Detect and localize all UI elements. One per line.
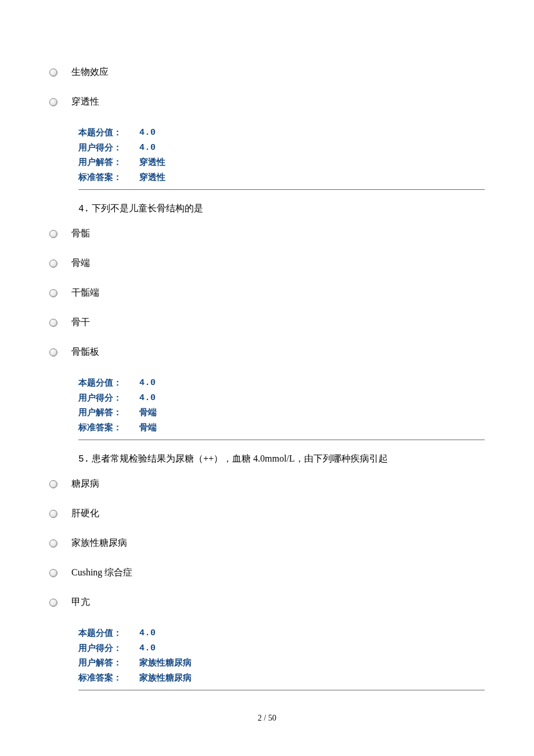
score-value: 4.0 bbox=[139, 376, 156, 391]
score-value: 4.0 bbox=[139, 125, 156, 141]
score-label: 本题分值： bbox=[78, 626, 139, 641]
score-value: 4.0 bbox=[139, 141, 156, 156]
option-text: 家族性糖尿病 bbox=[71, 537, 127, 549]
option-item: 骨骺板 bbox=[49, 346, 485, 358]
option-text: 骨干 bbox=[71, 316, 90, 329]
score-row-standard-answer: 标准答案： 骨端 bbox=[78, 420, 485, 435]
question-number: 5. bbox=[78, 454, 89, 465]
option-text: 骨骺 bbox=[71, 228, 90, 240]
option-text: 干骺端 bbox=[71, 287, 99, 299]
score-value: 4.0 bbox=[139, 391, 156, 406]
option-item: 骨端 bbox=[49, 257, 485, 269]
option-item: 甲亢 bbox=[49, 596, 485, 609]
score-row-standard-answer: 标准答案： 家族性糖尿病 bbox=[78, 671, 485, 686]
score-label: 用户解答： bbox=[78, 656, 139, 671]
radio-icon[interactable] bbox=[49, 569, 57, 577]
radio-icon[interactable] bbox=[49, 539, 57, 548]
radio-icon[interactable] bbox=[49, 599, 57, 607]
score-value: 4.0 bbox=[139, 626, 156, 641]
option-text: 骨端 bbox=[71, 257, 90, 269]
score-label: 标准答案： bbox=[78, 671, 139, 686]
score-label: 标准答案： bbox=[78, 170, 139, 185]
score-row-user-score: 用户得分： 4.0 bbox=[78, 641, 485, 656]
divider bbox=[78, 440, 485, 440]
score-block: 本题分值： 4.0 用户得分： 4.0 用户解答： 家族性糖尿病 标准答案： 家… bbox=[78, 626, 485, 685]
divider bbox=[78, 690, 485, 690]
option-item: 穿透性 bbox=[49, 96, 485, 108]
option-item: Cushing 综合症 bbox=[49, 567, 485, 579]
radio-icon[interactable] bbox=[49, 480, 57, 488]
score-value: 4.0 bbox=[139, 641, 156, 656]
radio-icon[interactable] bbox=[49, 69, 57, 77]
score-label: 本题分值： bbox=[78, 125, 139, 141]
score-label: 用户得分： bbox=[78, 641, 139, 656]
radio-icon[interactable] bbox=[49, 319, 57, 327]
score-value: 穿透性 bbox=[139, 170, 165, 185]
score-row-user-score: 用户得分： 4.0 bbox=[78, 141, 485, 156]
radio-icon[interactable] bbox=[49, 510, 57, 518]
score-label: 用户解答： bbox=[78, 405, 139, 420]
score-block: 本题分值： 4.0 用户得分： 4.0 用户解答： 穿透性 标准答案： 穿透性 bbox=[78, 125, 485, 185]
question-body: 患者常规检验结果为尿糖（++），血糖 4.0mmol/L，由下列哪种疾病引起 bbox=[92, 453, 388, 463]
option-text: Cushing 综合症 bbox=[71, 567, 132, 579]
option-item: 骨干 bbox=[49, 316, 485, 329]
question-text: 5. 患者常规检验结果为尿糖（++），血糖 4.0mmol/L，由下列哪种疾病引… bbox=[78, 453, 485, 465]
score-row-user-answer: 用户解答： 骨端 bbox=[78, 405, 485, 420]
score-row-user-score: 用户得分： 4.0 bbox=[78, 391, 485, 406]
radio-icon[interactable] bbox=[49, 260, 57, 268]
divider bbox=[78, 189, 485, 190]
option-text: 糖尿病 bbox=[71, 478, 99, 490]
score-label: 本题分值： bbox=[78, 376, 139, 391]
score-label: 用户得分： bbox=[78, 391, 139, 406]
option-text: 肝硬化 bbox=[71, 507, 99, 520]
score-row-standard-answer: 标准答案： 穿透性 bbox=[78, 170, 485, 185]
option-text: 生物效应 bbox=[71, 66, 109, 78]
score-block: 本题分值： 4.0 用户得分： 4.0 用户解答： 骨端 标准答案： 骨端 bbox=[78, 376, 485, 435]
score-label: 用户得分： bbox=[78, 141, 139, 156]
page-number: 2 / 50 bbox=[49, 714, 485, 723]
radio-icon[interactable] bbox=[49, 348, 57, 357]
option-item: 干骺端 bbox=[49, 287, 485, 299]
question-text: 4. 下列不是儿童长骨结构的是 bbox=[78, 203, 485, 215]
option-item: 家族性糖尿病 bbox=[49, 537, 485, 549]
option-item: 糖尿病 bbox=[49, 478, 485, 490]
radio-icon[interactable] bbox=[49, 289, 57, 297]
score-row-points: 本题分值： 4.0 bbox=[78, 376, 485, 391]
radio-icon[interactable] bbox=[49, 98, 57, 106]
page-container: 生物效应 穿透性 本题分值： 4.0 用户得分： 4.0 用户解答： 穿透性 标… bbox=[0, 0, 534, 746]
score-label: 标准答案： bbox=[78, 420, 139, 435]
option-item: 肝硬化 bbox=[49, 507, 485, 520]
score-value: 骨端 bbox=[139, 420, 157, 435]
option-text: 甲亢 bbox=[71, 596, 90, 609]
option-item: 生物效应 bbox=[49, 66, 485, 78]
question-body: 下列不是儿童长骨结构的是 bbox=[92, 203, 203, 213]
radio-icon[interactable] bbox=[49, 230, 57, 238]
score-row-points: 本题分值： 4.0 bbox=[78, 626, 485, 641]
score-row-user-answer: 用户解答： 穿透性 bbox=[78, 155, 485, 170]
score-value: 家族性糖尿病 bbox=[139, 656, 192, 671]
option-text: 骨骺板 bbox=[71, 346, 99, 358]
score-row-user-answer: 用户解答： 家族性糖尿病 bbox=[78, 656, 485, 671]
question-number: 4. bbox=[78, 204, 89, 214]
score-row-points: 本题分值： 4.0 bbox=[78, 125, 485, 141]
option-item: 骨骺 bbox=[49, 228, 485, 240]
score-value: 家族性糖尿病 bbox=[139, 671, 192, 686]
score-value: 骨端 bbox=[139, 405, 157, 420]
score-label: 用户解答： bbox=[78, 155, 139, 170]
option-text: 穿透性 bbox=[71, 96, 99, 108]
score-value: 穿透性 bbox=[139, 155, 165, 170]
